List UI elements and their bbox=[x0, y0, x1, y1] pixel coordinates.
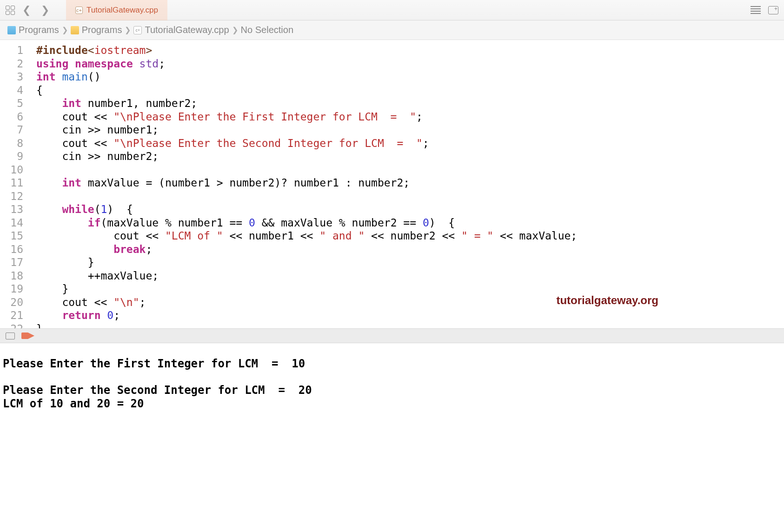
file-tab[interactable]: c+ TutorialGateway.cpp bbox=[66, 0, 167, 20]
grid-icon[interactable] bbox=[6, 6, 15, 15]
breadcrumb-item[interactable]: Programs bbox=[82, 25, 122, 35]
breakpoint-tag-icon[interactable] bbox=[28, 332, 34, 339]
code-editor[interactable]: 1 2 3 4 5 6 7 8 9 10 11 12 13 14 15 16 1… bbox=[0, 40, 784, 328]
console-line: LCM of 10 and 20 = 20 bbox=[3, 397, 144, 410]
cpp-icon: c+ bbox=[133, 26, 142, 34]
breadcrumb-item[interactable]: Programs bbox=[19, 25, 59, 35]
forward-arrow-icon[interactable]: ❯ bbox=[38, 4, 52, 16]
breadcrumb-item[interactable]: TutorialGateway.cpp bbox=[145, 25, 229, 35]
console-panel-icon[interactable] bbox=[6, 332, 15, 339]
tab-label: TutorialGateway.cpp bbox=[86, 6, 158, 15]
folder-icon bbox=[71, 26, 79, 34]
code-content[interactable]: #include<iostream> using namespace std; … bbox=[30, 40, 784, 328]
chevron-right-icon: ❯ bbox=[62, 26, 68, 34]
breadcrumb-bar: Programs ❯ Programs ❯ c+ TutorialGateway… bbox=[0, 20, 784, 40]
toolbar-right bbox=[751, 6, 778, 14]
console-output[interactable]: Please Enter the First Integer for LCM =… bbox=[0, 343, 784, 414]
console-line: Please Enter the First Integer for LCM =… bbox=[3, 357, 305, 370]
add-panel-icon[interactable] bbox=[768, 6, 778, 14]
back-arrow-icon[interactable]: ❮ bbox=[20, 4, 33, 16]
breadcrumb-selection[interactable]: No Selection bbox=[241, 25, 293, 35]
project-icon bbox=[7, 26, 16, 34]
console-line: Please Enter the Second Integer for LCM … bbox=[3, 384, 312, 397]
lines-icon[interactable] bbox=[751, 6, 761, 14]
console-toolbar bbox=[0, 328, 784, 343]
line-number-gutter: 1 2 3 4 5 6 7 8 9 10 11 12 13 14 15 16 1… bbox=[0, 40, 30, 328]
cpp-file-icon: c+ bbox=[75, 7, 83, 14]
chevron-right-icon: ❯ bbox=[232, 26, 238, 34]
chevron-right-icon: ❯ bbox=[125, 26, 131, 34]
watermark-text: tutorialgateway.org bbox=[556, 294, 658, 307]
top-toolbar: ❮ ❯ c+ TutorialGateway.cpp bbox=[0, 0, 784, 20]
